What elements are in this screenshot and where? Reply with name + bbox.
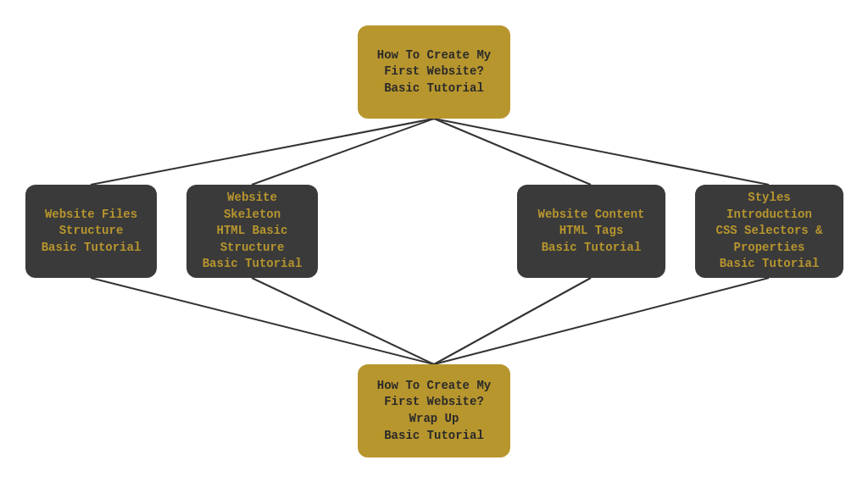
svg-line-6: [434, 278, 591, 364]
node-middle-left2-label: Website Skeleton HTML Basic Structure Ba…: [203, 190, 303, 273]
svg-line-2: [434, 119, 591, 185]
svg-line-5: [252, 278, 434, 364]
node-middle-right1[interactable]: Website Content HTML Tags Basic Tutorial: [517, 185, 665, 278]
svg-line-3: [434, 119, 769, 185]
svg-line-7: [434, 278, 769, 364]
svg-line-1: [252, 119, 434, 185]
node-top[interactable]: How To Create My First Website? Basic Tu…: [358, 25, 510, 119]
node-top-label: How To Create My First Website? Basic Tu…: [377, 47, 491, 97]
node-middle-right2[interactable]: Styles Introduction CSS Selectors & Prop…: [695, 185, 843, 278]
node-bottom-label: How To Create My First Website? Wrap Up …: [377, 378, 491, 444]
node-middle-left2[interactable]: Website Skeleton HTML Basic Structure Ba…: [186, 185, 318, 278]
node-middle-right2-label: Styles Introduction CSS Selectors & Prop…: [715, 190, 822, 273]
svg-line-4: [91, 278, 434, 364]
svg-line-0: [91, 119, 434, 185]
node-middle-left1-label: Website Files Structure Basic Tutorial: [42, 207, 142, 257]
node-bottom[interactable]: How To Create My First Website? Wrap Up …: [358, 364, 510, 458]
node-middle-left1[interactable]: Website Files Structure Basic Tutorial: [25, 185, 157, 278]
diagram-container: How To Create My First Website? Basic Tu…: [0, 0, 868, 488]
node-middle-right1-label: Website Content HTML Tags Basic Tutorial: [537, 207, 644, 257]
